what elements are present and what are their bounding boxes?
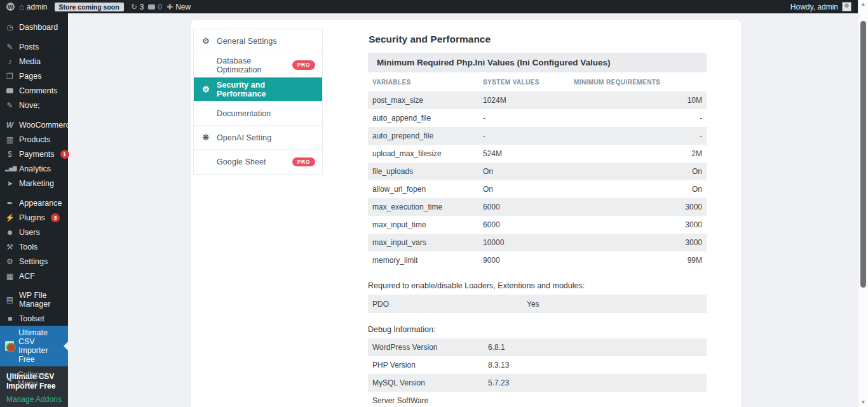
notification-badge: 1	[60, 150, 69, 159]
cell-minimum-requirement: 3000	[574, 203, 702, 211]
loaders-table: PDOYes	[368, 295, 707, 313]
comments-icon	[148, 4, 155, 10]
csv-importer-plugin-icon	[5, 341, 14, 351]
sidebar-item-label: Plugins	[19, 213, 45, 222]
cell-key: PHP Version	[372, 361, 488, 370]
cell-key: WordPress Version	[372, 343, 488, 352]
sidebar-item-dashboard[interactable]: ◷Dashboard	[0, 20, 68, 34]
folder-icon: ▤	[5, 296, 15, 304]
gear-icon: ⚙	[201, 85, 211, 93]
sidebar-item-label: Toolset	[19, 314, 44, 323]
tab-general-settings[interactable]: ⚙General Settings	[194, 29, 322, 53]
cell-system-value: 1024M	[483, 96, 574, 105]
column-header-variables: VARIABLES	[372, 79, 483, 86]
settings-card: ⚙General SettingsDatabase OptimizationPR…	[191, 20, 742, 407]
updates-menu[interactable]: ↻ 3	[131, 3, 144, 11]
cell-variable: file_uploads	[372, 167, 483, 176]
cell-minimum-requirement: On	[574, 185, 702, 194]
settings-icon: ⚙	[5, 258, 15, 265]
sidebar-item-posts[interactable]: ✎Posts	[0, 39, 68, 54]
pro-badge: PRO	[292, 157, 315, 167]
comments-menu[interactable]: 0	[148, 3, 162, 11]
sidebar-item-comments[interactable]: Comments	[0, 83, 68, 98]
sidebar-item-tools[interactable]: ⚒Tools	[0, 239, 68, 254]
avatar[interactable]	[842, 2, 851, 11]
ini-table-rows: post_max_size1024M10Mauto_append_file--a…	[368, 91, 707, 269]
sidebar-item-plugins[interactable]: ⚡Plugins3	[0, 210, 68, 225]
new-menu[interactable]: ✚ New	[166, 3, 191, 11]
tab-label: Google Sheet	[217, 157, 266, 166]
tab-label: OpenAI Setting	[217, 133, 271, 142]
table-row: auto_prepend_file--	[368, 127, 707, 145]
sidebar-item-toolset[interactable]: ■Toolset	[0, 311, 68, 326]
sidebar-item-settings[interactable]: ⚙Settings	[0, 254, 68, 269]
collapse-icon: ◄	[5, 375, 13, 383]
sidebar-item-products[interactable]: ▥Products	[0, 132, 68, 147]
comments-icon	[5, 87, 15, 95]
sidebar-item-marketing[interactable]: ➤Marketing	[0, 176, 68, 190]
table-row: WordPress Version6.8.1	[368, 338, 707, 356]
settings-content: Security and Performance Minimum Require…	[368, 34, 707, 407]
tab-openai-setting[interactable]: ❋OpenAI Setting	[194, 126, 322, 150]
cell-minimum-requirement: 3000	[574, 238, 702, 247]
table-row: auto_append_file--	[368, 109, 707, 127]
cell-variable: max_input_vars	[372, 238, 483, 247]
sidebar-item-users[interactable]: ☻Users	[0, 225, 68, 239]
account-menu[interactable]: Howdy, admin	[790, 3, 838, 11]
collapse-menu-button[interactable]: ◄ Collapse Menu	[0, 368, 68, 390]
analytics-icon: ▂▅▇	[5, 166, 15, 171]
sidebar-item-woocommerce[interactable]: WWooCommerce	[0, 117, 68, 132]
sidebar-item-pages[interactable]: ❐Pages	[0, 69, 68, 83]
table-row: max_execution_time60003000	[368, 198, 707, 216]
appearance-icon: ✒	[5, 199, 15, 207]
sidebar-item-nove-[interactable]: ✎Nove;	[0, 98, 68, 112]
scroll-thumb[interactable]	[860, 21, 866, 288]
sidebar-item-media[interactable]: ♪Media	[0, 54, 68, 69]
screen: W ⌂ admin Store coming soon ↻ 3 0 ✚ New …	[0, 0, 868, 407]
scroll-down-arrow-icon[interactable]: ▼	[858, 399, 868, 406]
cell-key: Server SoftWare	[372, 396, 488, 405]
sidebar-item-payments[interactable]: $Payments1	[0, 147, 68, 161]
sidebar-item-label: Settings	[19, 257, 48, 266]
coming-soon-badge[interactable]: Store coming soon	[55, 3, 124, 11]
scroll-up-arrow-icon[interactable]: ▲	[858, 1, 868, 8]
toolset-icon: ■	[5, 315, 15, 323]
cell-minimum-requirement: 99M	[574, 256, 702, 265]
submenu-item-manage-addons[interactable]: Manage Addons	[0, 393, 68, 406]
cell-variable: upload_max_filesize	[372, 149, 483, 158]
table-row: upload_max_filesize524M2M	[368, 145, 707, 163]
sidebar-item-label: WP File Manager	[19, 291, 63, 309]
plugins-icon: ⚡	[5, 214, 15, 222]
scrollbar[interactable]: ▲ ▼	[858, 0, 868, 407]
sidebar-item-appearance[interactable]: ✒Appearance	[0, 196, 68, 210]
site-menu[interactable]: ⌂ admin	[19, 3, 48, 11]
cell-minimum-requirement: 2M	[574, 149, 702, 158]
table-row: PHP Version8.3.13	[368, 356, 707, 374]
tab-google-sheet[interactable]: Google SheetPRO	[194, 150, 322, 174]
table-row: PDOYes	[368, 295, 707, 313]
cell-variable: allow_url_fopen	[372, 185, 483, 194]
wordpress-logo-icon[interactable]: W	[6, 3, 15, 11]
cell-variable: auto_prepend_file	[372, 131, 483, 140]
cell-system-value: On	[483, 167, 574, 176]
cell-system-value: -	[483, 131, 574, 140]
ini-table-head: VARIABLES SYSTEM VALUES MINIMUM REQUIREM…	[368, 72, 707, 91]
cell-minimum-requirement: -	[574, 114, 702, 123]
sidebar-item-analytics[interactable]: ▂▅▇Analytics	[0, 161, 68, 176]
debug-table: WordPress Version6.8.1PHP Version8.3.13M…	[368, 338, 707, 407]
pin-icon: ✎	[5, 102, 15, 109]
cell-value: 5.7.23	[488, 378, 702, 387]
tab-database-optimization[interactable]: Database OptimizationPRO	[194, 53, 322, 77]
tab-security-and-performance[interactable]: ⚙Security and Performance	[194, 77, 322, 102]
tab-documentation[interactable]: Documentation	[194, 102, 322, 126]
tab-label: Security and Performance	[217, 81, 315, 98]
sidebar-item-label: Dashboard	[19, 23, 58, 32]
sidebar-item-acf[interactable]: ▦ACF	[0, 269, 68, 283]
sidebar-item-label: Posts	[19, 43, 39, 51]
sidebar-item-ultimate-csv-importer[interactable]: Ultimate CSV Importer Free	[0, 326, 68, 366]
cell-system-value: 10000	[483, 238, 574, 247]
sidebar-item-label: Payments	[19, 150, 55, 159]
woocommerce-icon: W	[5, 121, 15, 129]
cell-system-value: 6000	[483, 203, 574, 211]
sidebar-item-wp-file-manager[interactable]: ▤WP File Manager	[0, 288, 68, 311]
